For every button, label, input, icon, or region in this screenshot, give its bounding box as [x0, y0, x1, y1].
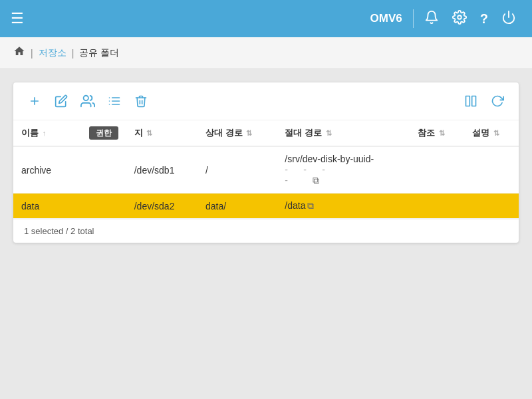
card-toolbar [13, 82, 519, 120]
cell-rel-path: / [198, 146, 277, 194]
help-icon[interactable]: ? [475, 7, 493, 31]
home-icon[interactable] [13, 45, 25, 61]
col-rel-path[interactable]: 상대 경로 ⇅ [198, 120, 277, 146]
table-header-row: 이름 ↑ 권한 지 ⇅ 상대 경로 ⇅ 절대 경로 [13, 120, 519, 146]
cell-desc [464, 194, 519, 219]
cell-abs-path: /srv/dev-disk-by-uuid- - - - - ⧉ [277, 146, 410, 194]
col-priv[interactable]: 권한 [89, 120, 126, 146]
sort-desc-icon: ⇅ [493, 129, 499, 137]
copy-icon[interactable]: ⧉ [313, 175, 319, 186]
sort-relpath-icon: ⇅ [246, 129, 252, 137]
edit-button[interactable] [51, 90, 72, 112]
col-device[interactable]: 지 ⇅ [126, 120, 198, 146]
cell-priv [89, 146, 126, 194]
toolbar-left [24, 90, 152, 112]
breadcrumb-current: 공유 폴더 [79, 47, 119, 59]
copy-icon-data[interactable]: ⧉ [307, 200, 314, 211]
delete-button[interactable] [130, 90, 152, 112]
cell-rel-path: data/ [198, 194, 277, 219]
cell-desc [464, 146, 519, 194]
cell-ref [410, 146, 464, 194]
hamburger-icon[interactable]: ☰ [11, 11, 24, 26]
columns-button[interactable] [460, 90, 481, 112]
breadcrumb-storage-link[interactable]: 저장소 [39, 47, 66, 59]
svg-rect-10 [472, 96, 476, 106]
main-content: 이름 ↑ 권한 지 ⇅ 상대 경로 ⇅ 절대 경로 [0, 69, 532, 399]
topbar-divider [413, 9, 414, 28]
col-abs-path[interactable]: 절대 경로 ⇅ [277, 120, 410, 146]
cell-name: data [13, 194, 89, 219]
svg-point-2 [84, 96, 88, 100]
cell-abs-path: /data⧉ [277, 194, 410, 219]
gear-icon[interactable] [447, 6, 472, 32]
breadcrumb: | 저장소 | 공유 폴더 [0, 37, 532, 69]
priv-badge: 권한 [89, 126, 118, 140]
svg-rect-9 [466, 96, 470, 106]
cell-device: /dev/sda2 [126, 194, 198, 219]
bell-icon[interactable] [419, 6, 444, 32]
cell-priv [89, 194, 126, 219]
app-title: OMV6 [370, 12, 402, 25]
cell-name: archive [13, 146, 89, 194]
shared-folders-card: 이름 ↑ 권한 지 ⇅ 상대 경로 ⇅ 절대 경로 [13, 82, 519, 243]
privileges-button[interactable] [104, 90, 125, 112]
shared-folders-table: 이름 ↑ 권한 지 ⇅ 상대 경로 ⇅ 절대 경로 [13, 120, 519, 219]
refresh-button[interactable] [487, 90, 508, 112]
add-button[interactable] [24, 90, 45, 112]
sort-abspath-icon: ⇅ [326, 129, 332, 137]
breadcrumb-sep-1: | [31, 48, 33, 59]
status-text: 1 selected / 2 total [24, 226, 94, 236]
col-name[interactable]: 이름 ↑ [13, 120, 89, 146]
topbar: ☰ OMV6 ? [0, 0, 532, 37]
sort-name-icon: ↑ [43, 129, 47, 137]
sort-ref-icon: ⇅ [439, 129, 445, 137]
svg-point-0 [458, 15, 462, 19]
col-ref[interactable]: 참조 ⇅ [410, 120, 464, 146]
table-row[interactable]: archive /dev/sdb1 / /srv/dev-disk-by-uui… [13, 146, 519, 194]
user-permissions-button[interactable] [77, 90, 98, 112]
power-icon[interactable] [496, 6, 521, 32]
status-bar: 1 selected / 2 total [13, 219, 519, 243]
cell-ref [410, 194, 464, 219]
table-row[interactable]: data /dev/sda2 data/ /data⧉ [13, 194, 519, 219]
breadcrumb-sep-2: | [72, 48, 74, 59]
col-desc[interactable]: 설명 ⇅ [464, 120, 519, 146]
cell-device: /dev/sdb1 [126, 146, 198, 194]
sort-device-icon: ⇅ [146, 129, 152, 137]
toolbar-right [460, 90, 508, 112]
